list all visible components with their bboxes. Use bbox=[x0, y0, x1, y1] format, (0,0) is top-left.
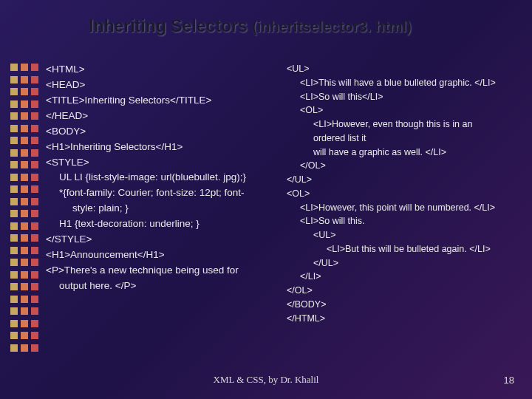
bullet-decoration bbox=[10, 64, 38, 352]
code-line: <LI>But this will be bulleted again. </L… bbox=[287, 242, 516, 256]
code-line: output here. </P> bbox=[46, 279, 275, 294]
title-sub: (inheritselector3. html) bbox=[252, 18, 412, 35]
code-line: </OL> bbox=[287, 284, 516, 298]
code-right-column: <UL> <LI>This will have a blue bulleted … bbox=[287, 62, 516, 325]
code-line: </UL> bbox=[287, 256, 516, 270]
code-line: </HEAD> bbox=[46, 109, 275, 124]
code-line: *{font-family: Courier; font-size: 12pt;… bbox=[46, 185, 275, 201]
code-line: <LI>So will this</LI> bbox=[287, 90, 516, 104]
footer-text: XML & CSS, by Dr. Khalil bbox=[0, 374, 532, 386]
title-main: Inheriting Selectors bbox=[89, 16, 252, 35]
code-line: <H1>Inheriting Selectors</H1> bbox=[46, 140, 275, 155]
page-number: 18 bbox=[504, 375, 514, 386]
code-line: <HEAD> bbox=[46, 78, 275, 93]
code-line: <OL> bbox=[287, 103, 516, 117]
code-line: will have a graphic as well. </LI> bbox=[287, 146, 516, 160]
code-left-column: <HTML> <HEAD> <TITLE>Inheriting Selector… bbox=[46, 62, 275, 294]
code-line: <LI>This will have a blue bulleted graph… bbox=[287, 76, 516, 90]
code-line: <HTML> bbox=[46, 62, 275, 78]
code-line: <H1>Announcement</H1> bbox=[46, 248, 275, 263]
code-line: UL LI {list-style-image: url(bluebullet.… bbox=[46, 170, 275, 185]
code-line: H1 {text-decoration: underline; } bbox=[46, 216, 275, 232]
code-line: <STYLE> bbox=[46, 155, 275, 171]
code-line: </BODY> bbox=[287, 298, 516, 312]
code-line: <LI>However, even though this is in an bbox=[287, 117, 516, 132]
code-line: style: plain; } bbox=[46, 201, 275, 216]
code-line: </LI> bbox=[287, 270, 516, 284]
code-line: <BODY> bbox=[46, 124, 275, 140]
code-line: <LI>However, this point will be numbered… bbox=[287, 201, 516, 215]
code-line: ordered list it bbox=[287, 132, 516, 146]
code-line: <P>There's a new technique being used fo… bbox=[46, 263, 275, 279]
code-line: </UL> bbox=[287, 173, 516, 187]
code-line: </OL> bbox=[287, 159, 516, 173]
code-line: <OL> bbox=[287, 187, 516, 201]
code-line: <UL> bbox=[287, 62, 516, 76]
code-line: </STYLE> bbox=[46, 232, 275, 248]
code-line: <LI>So will this. bbox=[287, 214, 516, 228]
slide-title: Inheriting Selectors (inheritselector3. … bbox=[89, 16, 412, 36]
code-line: <TITLE>Inheriting Selectors</TITLE> bbox=[46, 93, 275, 109]
code-line: <UL> bbox=[287, 228, 516, 242]
code-line: </HTML> bbox=[287, 312, 516, 326]
